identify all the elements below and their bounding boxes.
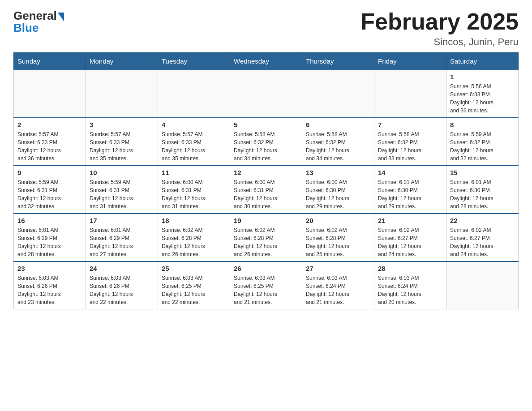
day-info: Sunrise: 6:02 AM Sunset: 6:27 PM Dayligh… [450,226,515,258]
day-number: 10 [90,169,154,176]
calendar-cell [158,70,230,118]
day-number: 12 [234,169,298,176]
calendar-cell: 12Sunrise: 6:00 AM Sunset: 6:31 PM Dayli… [230,166,302,214]
day-info: Sunrise: 6:00 AM Sunset: 6:30 PM Dayligh… [306,178,370,210]
day-info: Sunrise: 6:00 AM Sunset: 6:31 PM Dayligh… [162,178,226,210]
day-number: 24 [90,265,154,272]
day-info: Sunrise: 5:57 AM Sunset: 6:33 PM Dayligh… [17,130,82,163]
calendar-cell: 28Sunrise: 6:03 AM Sunset: 6:24 PM Dayli… [374,261,446,309]
day-info: Sunrise: 5:59 AM Sunset: 6:31 PM Dayligh… [90,178,154,210]
calendar-cell: 14Sunrise: 6:01 AM Sunset: 6:30 PM Dayli… [374,166,446,214]
calendar-cell: 22Sunrise: 6:02 AM Sunset: 6:27 PM Dayli… [446,214,519,261]
calendar-week-1: 1Sunrise: 5:56 AM Sunset: 6:33 PM Daylig… [14,70,519,118]
day-number: 26 [234,265,298,272]
calendar-cell: 6Sunrise: 5:58 AM Sunset: 6:32 PM Daylig… [302,118,374,166]
weekday-header-wednesday: Wednesday [230,53,302,70]
calendar-cell: 10Sunrise: 5:59 AM Sunset: 6:31 PM Dayli… [86,166,158,214]
calendar-cell: 3Sunrise: 5:57 AM Sunset: 6:33 PM Daylig… [86,118,158,166]
calendar-cell [14,70,86,118]
day-info: Sunrise: 6:02 AM Sunset: 6:28 PM Dayligh… [306,226,370,258]
day-number: 17 [90,217,154,224]
weekday-header-monday: Monday [86,53,158,70]
day-number: 11 [162,169,226,176]
calendar-cell: 21Sunrise: 6:02 AM Sunset: 6:27 PM Dayli… [374,214,446,261]
calendar-table: SundayMondayTuesdayWednesdayThursdayFrid… [13,52,519,309]
calendar-cell: 20Sunrise: 6:02 AM Sunset: 6:28 PM Dayli… [302,214,374,261]
page-header: General Blue February 2025 Sincos, Junin… [13,9,519,48]
day-number: 6 [306,121,370,128]
day-number: 4 [162,121,226,128]
day-info: Sunrise: 6:02 AM Sunset: 6:28 PM Dayligh… [162,226,226,258]
logo-arrow-icon [58,13,64,21]
weekday-header-saturday: Saturday [446,53,519,70]
day-info: Sunrise: 5:58 AM Sunset: 6:32 PM Dayligh… [234,130,298,163]
weekday-header-thursday: Thursday [302,53,374,70]
day-number: 1 [450,73,515,81]
calendar-cell: 25Sunrise: 6:03 AM Sunset: 6:25 PM Dayli… [158,261,230,309]
calendar-week-3: 9Sunrise: 5:59 AM Sunset: 6:31 PM Daylig… [14,166,519,214]
calendar-cell: 5Sunrise: 5:58 AM Sunset: 6:32 PM Daylig… [230,118,302,166]
day-number: 19 [234,217,298,224]
calendar-cell: 27Sunrise: 6:03 AM Sunset: 6:24 PM Dayli… [302,261,374,309]
day-number: 16 [17,217,82,224]
day-number: 23 [17,265,82,272]
day-info: Sunrise: 5:57 AM Sunset: 6:33 PM Dayligh… [162,130,226,163]
calendar-cell: 9Sunrise: 5:59 AM Sunset: 6:31 PM Daylig… [14,166,86,214]
day-info: Sunrise: 5:59 AM Sunset: 6:32 PM Dayligh… [450,130,515,163]
calendar-cell [302,70,374,118]
day-info: Sunrise: 6:03 AM Sunset: 6:24 PM Dayligh… [306,274,370,306]
calendar-cell: 7Sunrise: 5:58 AM Sunset: 6:32 PM Daylig… [374,118,446,166]
day-info: Sunrise: 5:59 AM Sunset: 6:31 PM Dayligh… [17,178,82,210]
day-number: 15 [450,169,515,176]
calendar-header-row: SundayMondayTuesdayWednesdayThursdayFrid… [14,53,519,70]
day-info: Sunrise: 6:03 AM Sunset: 6:25 PM Dayligh… [234,274,298,306]
calendar-cell: 18Sunrise: 6:02 AM Sunset: 6:28 PM Dayli… [158,214,230,261]
calendar-cell: 2Sunrise: 5:57 AM Sunset: 6:33 PM Daylig… [14,118,86,166]
calendar-cell: 16Sunrise: 6:01 AM Sunset: 6:29 PM Dayli… [14,214,86,261]
day-info: Sunrise: 6:02 AM Sunset: 6:27 PM Dayligh… [378,226,442,258]
day-number: 20 [306,217,370,224]
day-info: Sunrise: 6:03 AM Sunset: 6:26 PM Dayligh… [90,274,154,306]
day-info: Sunrise: 6:01 AM Sunset: 6:30 PM Dayligh… [450,178,515,210]
calendar-week-4: 16Sunrise: 6:01 AM Sunset: 6:29 PM Dayli… [14,214,519,261]
calendar-cell [230,70,302,118]
day-number: 8 [450,121,515,128]
logo-blue-text: Blue [13,21,39,35]
day-number: 22 [450,217,515,224]
day-info: Sunrise: 5:57 AM Sunset: 6:33 PM Dayligh… [90,130,154,163]
day-number: 21 [378,217,442,224]
day-info: Sunrise: 6:03 AM Sunset: 6:25 PM Dayligh… [162,274,226,306]
calendar-cell: 26Sunrise: 6:03 AM Sunset: 6:25 PM Dayli… [230,261,302,309]
calendar-cell [446,261,519,309]
day-info: Sunrise: 6:02 AM Sunset: 6:28 PM Dayligh… [234,226,298,258]
day-number: 18 [162,217,226,224]
day-info: Sunrise: 6:01 AM Sunset: 6:30 PM Dayligh… [378,178,442,210]
day-number: 2 [17,121,82,128]
day-info: Sunrise: 5:58 AM Sunset: 6:32 PM Dayligh… [378,130,442,163]
calendar-cell: 4Sunrise: 5:57 AM Sunset: 6:33 PM Daylig… [158,118,230,166]
weekday-header-sunday: Sunday [14,53,86,70]
day-number: 27 [306,265,370,272]
day-info: Sunrise: 6:03 AM Sunset: 6:26 PM Dayligh… [17,274,82,306]
day-number: 7 [378,121,442,128]
day-number: 9 [17,169,82,176]
day-info: Sunrise: 6:00 AM Sunset: 6:31 PM Dayligh… [234,178,298,210]
calendar-cell: 8Sunrise: 5:59 AM Sunset: 6:32 PM Daylig… [446,118,519,166]
day-number: 25 [162,265,226,272]
calendar-week-5: 23Sunrise: 6:03 AM Sunset: 6:26 PM Dayli… [14,261,519,309]
day-number: 5 [234,121,298,128]
calendar-cell: 24Sunrise: 6:03 AM Sunset: 6:26 PM Dayli… [86,261,158,309]
day-number: 14 [378,169,442,176]
day-info: Sunrise: 6:01 AM Sunset: 6:29 PM Dayligh… [17,226,82,258]
day-info: Sunrise: 6:03 AM Sunset: 6:24 PM Dayligh… [378,274,442,306]
calendar-cell: 1Sunrise: 5:56 AM Sunset: 6:33 PM Daylig… [446,70,519,118]
logo: General Blue [13,9,64,35]
day-number: 28 [378,265,442,272]
day-info: Sunrise: 5:56 AM Sunset: 6:33 PM Dayligh… [450,82,515,115]
calendar-cell [86,70,158,118]
calendar-cell: 11Sunrise: 6:00 AM Sunset: 6:31 PM Dayli… [158,166,230,214]
subtitle: Sincos, Junin, Peru [360,36,519,48]
day-number: 3 [90,121,154,128]
calendar-week-2: 2Sunrise: 5:57 AM Sunset: 6:33 PM Daylig… [14,118,519,166]
calendar-cell: 15Sunrise: 6:01 AM Sunset: 6:30 PM Dayli… [446,166,519,214]
